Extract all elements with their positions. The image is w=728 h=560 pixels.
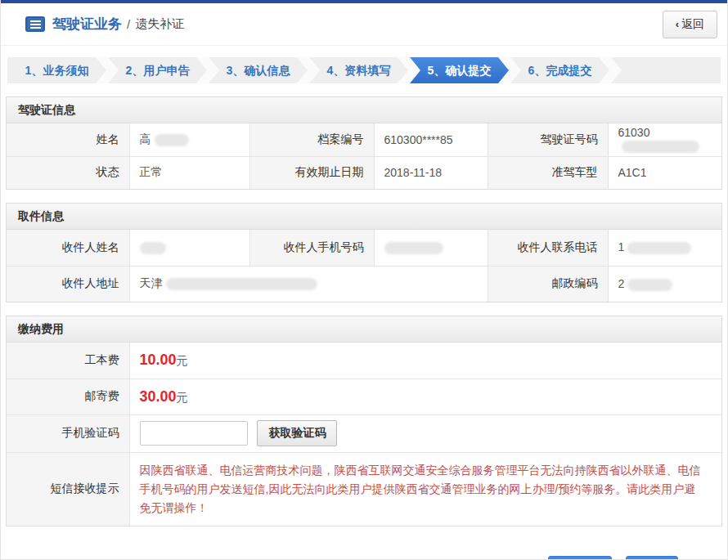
- field-label: 邮政编码: [488, 266, 608, 302]
- footer-actions: 上一步 完成: [1, 526, 727, 560]
- page-subtitle: 遗失补证: [135, 16, 184, 32]
- field-label: 收件人手机号码: [249, 230, 374, 266]
- field-value: 610300****85: [374, 123, 488, 156]
- table-row: 收件人地址 天津 邮政编码 2: [7, 266, 721, 302]
- redacted-value: [166, 278, 317, 290]
- license-section-title: 驾驶证信息: [7, 97, 721, 123]
- finish-button[interactable]: 完成: [626, 556, 678, 560]
- redacted-value: [155, 134, 189, 146]
- field-value: 2: [608, 266, 721, 302]
- previous-step-button[interactable]: 上一步: [548, 556, 612, 560]
- redacted-value: [384, 242, 443, 254]
- table-row: 收件人姓名 收件人手机号码 收件人联系电话 1: [7, 230, 721, 266]
- field-label: 档案编号: [249, 123, 374, 156]
- list-icon: [25, 16, 45, 32]
- field-value: [129, 230, 249, 266]
- mail-fee-unit: 元: [177, 391, 188, 404]
- back-button[interactable]: ‹返回: [663, 11, 717, 38]
- license-info-section: 驾驶证信息 姓名 高 档案编号 610300****85 驾驶证号码 61030…: [6, 96, 722, 190]
- table-row: 工本费 10.00元: [7, 343, 721, 379]
- field-value: 天津: [129, 266, 488, 302]
- field-value: 高: [129, 123, 249, 156]
- step-confirm-submit: 5、确认提交: [410, 57, 509, 83]
- field-value: A1C1: [608, 156, 721, 189]
- table-row: 状态 正常 有效期止日期 2018-11-18 准驾车型 A1C1: [7, 156, 721, 189]
- fees-section: 缴纳费用 工本费 10.00元 邮寄费 30.00元 手机验证码 获取验证码 短…: [6, 316, 722, 526]
- work-fee-value: 10.00元: [129, 343, 721, 379]
- sms-notice-text: 因陕西省联通、电信运营商技术问题，陕西省互联网交通安全综合服务管理平台无法向持陕…: [130, 453, 722, 526]
- field-value: 1: [608, 230, 721, 266]
- sms-code-cell: 获取验证码: [129, 414, 721, 452]
- step-user-declaration: 2、用户申告: [108, 57, 207, 83]
- pickup-section-title: 取件信息: [7, 204, 721, 230]
- mail-fee-value: 30.00元: [129, 379, 721, 414]
- work-fee-amount: 10.00: [140, 352, 177, 368]
- sms-notice-cell: 因陕西省联通、电信运营商技术问题，陕西省互联网交通安全综合服务管理平台无法向持陕…: [129, 452, 721, 526]
- field-label: 收件人姓名: [7, 230, 129, 266]
- field-label: 邮寄费: [7, 379, 129, 414]
- mail-fee-amount: 30.00: [140, 388, 177, 405]
- get-code-button[interactable]: 获取验证码: [257, 420, 337, 446]
- field-value: 正常: [129, 156, 249, 189]
- license-info-table: 姓名 高 档案编号 610300****85 驾驶证号码 61030 状态 正常…: [7, 123, 721, 189]
- step-progress-bar: 1、业务须知 2、用户申告 3、确认信息 4、资料填写 5、确认提交 6、完成提…: [7, 57, 721, 83]
- redacted-value: [622, 141, 699, 153]
- pickup-info-table: 收件人姓名 收件人手机号码 收件人联系电话 1 收件人地址 天津 邮政编码 2: [7, 230, 721, 302]
- redacted-value: [627, 279, 672, 291]
- field-value: 2018-11-18: [374, 156, 488, 189]
- page-title: 驾驶证业务: [52, 15, 122, 34]
- step-complete-submit: 6、完成提交: [510, 57, 609, 83]
- pickup-info-section: 取件信息 收件人姓名 收件人手机号码 收件人联系电话 1 收件人地址 天津 邮政…: [6, 203, 722, 302]
- table-row: 短信接收提示 因陕西省联通、电信运营商技术问题，陕西省互联网交通安全综合服务管理…: [7, 452, 721, 526]
- field-label: 短信接收提示: [7, 452, 129, 526]
- fees-section-title: 缴纳费用: [7, 316, 721, 343]
- redacted-value: [627, 242, 691, 254]
- field-value: [374, 230, 488, 266]
- redacted-value: [140, 242, 166, 254]
- step-fill-data: 4、资料填写: [309, 57, 408, 83]
- table-row: 邮寄费 30.00元: [7, 379, 721, 414]
- field-label: 状态: [7, 156, 129, 189]
- field-label: 手机验证码: [7, 414, 129, 452]
- field-label: 驾驶证号码: [488, 123, 608, 156]
- field-label: 准驾车型: [488, 156, 608, 189]
- step-confirm-info: 3、确认信息: [209, 57, 308, 83]
- field-value: 61030: [608, 123, 721, 156]
- table-row: 手机验证码 获取验证码: [7, 414, 721, 452]
- work-fee-unit: 元: [177, 354, 188, 367]
- field-label: 收件人地址: [7, 266, 129, 302]
- field-label: 姓名: [7, 123, 129, 156]
- field-label: 有效期止日期: [249, 156, 374, 189]
- page-header: 驾驶证业务 / 遗失补证 ‹返回: [1, 3, 727, 46]
- sms-code-input[interactable]: [140, 421, 248, 446]
- step-bar-filler: [611, 57, 721, 83]
- fees-table: 工本费 10.00元 邮寄费 30.00元 手机验证码 获取验证码 短信接收提示…: [7, 343, 721, 526]
- back-button-label: 返回: [681, 17, 704, 30]
- field-label: 工本费: [7, 343, 129, 379]
- table-row: 姓名 高 档案编号 610300****85 驾驶证号码 61030: [7, 123, 721, 156]
- chevron-left-icon: ‹: [676, 18, 679, 30]
- title-separator: /: [127, 17, 130, 31]
- step-business-notice: 1、业务须知: [7, 57, 106, 83]
- field-label: 收件人联系电话: [488, 230, 608, 266]
